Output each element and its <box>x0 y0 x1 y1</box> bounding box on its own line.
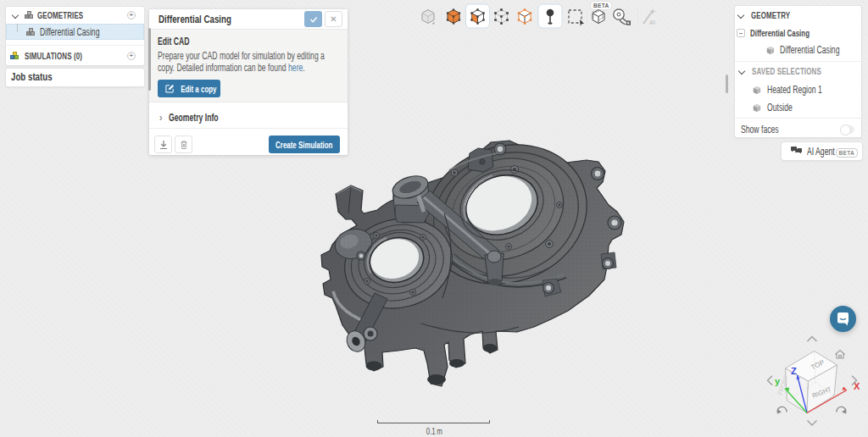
svg-text:Z: Z <box>791 366 797 376</box>
svg-text:y: y <box>775 376 781 386</box>
svg-text:AI: AI <box>649 19 655 25</box>
